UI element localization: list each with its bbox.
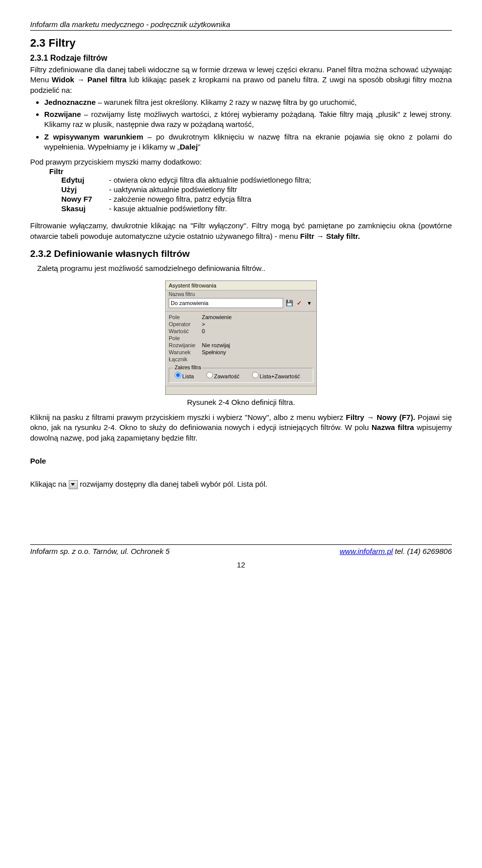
filter-types-list: Jednoznaczne – warunek filtra jest okreś… bbox=[44, 97, 452, 152]
p6-b: rozwijamy dostępny dla danej tabeli wybó… bbox=[78, 480, 268, 488]
dropdown-icon[interactable]: ▾ bbox=[305, 299, 313, 307]
paragraph-filter-off: Filtrowanie wyłączamy, dwukrotnie klikaj… bbox=[30, 221, 452, 241]
context-menu-intro: Pod prawym przyciskiem myszki mamy dodat… bbox=[30, 157, 452, 167]
desc-zwpis-b: " bbox=[198, 142, 200, 151]
row-val[interactable]: > bbox=[202, 321, 313, 327]
section-2-3-2-title: 2.3.2 Definiowanie własnych filtrów bbox=[30, 248, 452, 259]
footer-tel: tel. (14) 6269806 bbox=[393, 547, 452, 555]
p6-a: Klikając na bbox=[30, 480, 69, 488]
paragraph-after-figure: Kliknij na pasku z filtrami prawym przyc… bbox=[30, 412, 452, 443]
page-number: 12 bbox=[30, 560, 452, 569]
p5-nazwa-filtra: Nazwa filtra bbox=[372, 423, 414, 431]
check-icon[interactable]: ✓ bbox=[295, 299, 303, 307]
row-val[interactable]: Nie rozwijaj bbox=[202, 342, 313, 348]
context-menu-block: Filtr Edytuj- otwiera okno edycji filtra… bbox=[49, 167, 452, 213]
doc-header: Infofarm dla marketu medycznego - podręc… bbox=[30, 20, 452, 31]
pole-heading: Pole bbox=[30, 456, 452, 466]
row-val[interactable] bbox=[202, 335, 313, 341]
figure-caption: Rysunek 2-4 Okno definicji filtra. bbox=[30, 398, 452, 406]
row-val[interactable]: 0 bbox=[202, 328, 313, 334]
zakres-legend: Zakres filtra bbox=[173, 365, 202, 370]
term-rozwijane: Rozwijane bbox=[44, 110, 81, 118]
menu-skasuj-desc: - kasuje aktualnie podświetlony filtr. bbox=[109, 204, 452, 213]
desc-rozwijane: – rozwijamy listę możliwych wartości, z … bbox=[44, 110, 452, 128]
row-val[interactable]: Zamowienie bbox=[202, 314, 313, 320]
term-zwpisywanym: Z wpisywanym warunkiem bbox=[44, 132, 143, 141]
nazwa-filtru-label: Nazwa filtru bbox=[166, 291, 316, 297]
save-icon[interactable]: 💾 bbox=[285, 299, 293, 307]
fields-area: PoleZamowienie Operator> Wartość0 Pole R… bbox=[166, 311, 316, 365]
row-lbl: Pole bbox=[169, 335, 202, 341]
row-lbl: Operator bbox=[169, 321, 202, 327]
p3-menu-path: Filtr → Stały filtr. bbox=[300, 232, 360, 240]
desc-jednoznaczne: – warunek filtra jest określony. Klikamy… bbox=[96, 98, 357, 106]
menu-nowy: Nowy F7 bbox=[61, 195, 109, 203]
footer-left: Infofarm sp. z o.o. Tarnów, ul. Ochronek… bbox=[30, 547, 170, 555]
dialog-footer-space bbox=[166, 386, 316, 394]
menu-skasuj: Skasuj bbox=[61, 204, 109, 213]
row-lbl: Warunek bbox=[169, 349, 202, 355]
list-item: Jednoznaczne – warunek filtra jest okreś… bbox=[44, 97, 452, 107]
page-footer: Infofarm sp. z o.o. Tarnów, ul. Ochronek… bbox=[30, 544, 452, 555]
filtr-label: Filtr bbox=[49, 167, 452, 176]
list-item: Rozwijane – rozwijamy listę możliwych wa… bbox=[44, 109, 452, 130]
nazwa-filtru-input[interactable] bbox=[169, 298, 283, 308]
dropdown-button-icon[interactable] bbox=[69, 480, 78, 489]
filter-dialog-mock: Asystent filtrowania Nazwa filtru 💾 ✓ ▾ … bbox=[165, 280, 317, 395]
zakres-filtra-group: Zakres filtra Lista Zawartość Lista+Zawa… bbox=[169, 368, 313, 383]
row-val[interactable] bbox=[202, 356, 313, 362]
radio-zawartosc[interactable]: Zawartość bbox=[204, 370, 239, 379]
radio-lz-label: Lista+Zawartość bbox=[260, 373, 300, 379]
footer-right: www.infofarm.pl tel. (14) 6269806 bbox=[340, 547, 452, 555]
row-lbl: Wartość bbox=[169, 328, 202, 334]
row-lbl: Łącznik bbox=[169, 356, 202, 362]
menu-edytuj-desc: - otwiera okno edycji filtra dla aktualn… bbox=[109, 176, 452, 184]
menu-edytuj: Edytuj bbox=[61, 176, 109, 184]
figure-2-4: Asystent filtrowania Nazwa filtru 💾 ✓ ▾ … bbox=[30, 280, 452, 406]
radio-lista-label: Lista bbox=[182, 373, 194, 379]
menu-uzyj: Użyj bbox=[61, 185, 109, 194]
radio-zaw-label: Zawartość bbox=[214, 373, 239, 379]
paragraph-intro: Filtry zdefiniowane dla danej tabeli wid… bbox=[30, 65, 452, 95]
p3-a: Filtrowanie wyłączamy, dwukrotnie klikaj… bbox=[30, 221, 452, 240]
paragraph-pole: Klikając na rozwijamy dostępny dla danej… bbox=[30, 479, 452, 489]
row-val[interactable]: Spełniony bbox=[202, 349, 313, 355]
p5-a: Kliknij na pasku z filtrami prawym przyc… bbox=[30, 413, 346, 421]
paragraph-own-filters: Zaletą programu jest możliwość samodziel… bbox=[37, 263, 452, 273]
menu-nowy-desc: - założenie nowego filtra, patrz edycja … bbox=[109, 195, 452, 203]
menu-uzyj-desc: - uaktywnia aktualnie podświetlony filtr bbox=[109, 185, 452, 194]
footer-link[interactable]: www.infofarm.pl bbox=[340, 547, 393, 555]
radio-lista[interactable]: Lista bbox=[172, 370, 194, 379]
row-lbl: Pole bbox=[169, 314, 202, 320]
list-item: Z wpisywanym warunkiem – po dwukrotnym k… bbox=[44, 132, 452, 153]
p5-menu-path: Filtry → Nowy (F7). bbox=[346, 413, 415, 421]
row-lbl: Rozwijanie bbox=[169, 342, 202, 348]
section-2-3-title: 2.3 Filtry bbox=[30, 37, 452, 50]
dalej-label: Dalej bbox=[180, 142, 198, 151]
radio-lista-zaw[interactable]: Lista+Zawartość bbox=[250, 370, 300, 379]
para1-menu-path: Widok → Panel filtra bbox=[52, 75, 127, 84]
term-jednoznaczne: Jednoznaczne bbox=[44, 98, 96, 106]
dialog-titlebar: Asystent filtrowania bbox=[166, 281, 316, 291]
section-2-3-1-title: 2.3.1 Rodzaje filtrów bbox=[30, 54, 452, 63]
